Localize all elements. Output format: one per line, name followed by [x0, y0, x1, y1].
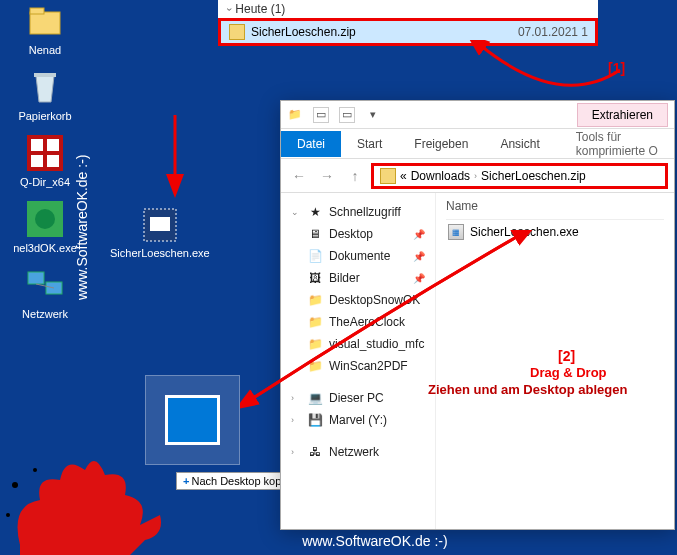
file-row-selected[interactable]: SicherLoeschen.zip 07.01.2021 1 [218, 18, 598, 46]
ribbon-tabs: Datei Start Freigeben Ansicht Tools für … [281, 129, 674, 159]
desktop-icon-app[interactable]: nel3dOK.exe [6, 198, 84, 254]
forward-button[interactable]: → [315, 164, 339, 188]
svg-point-9 [35, 209, 55, 229]
dropdown-icon[interactable]: ▾ [365, 107, 381, 123]
tab-freigeben[interactable]: Freigeben [398, 131, 484, 157]
svg-rect-14 [150, 217, 170, 231]
breadcrumb-segment[interactable]: Downloads› [411, 169, 477, 183]
exe-icon [140, 205, 180, 245]
folder-icon: 📁 [307, 336, 323, 352]
user-folder-icon [24, 0, 66, 42]
svg-point-16 [33, 468, 37, 472]
documents-icon: 📄 [307, 248, 323, 264]
svg-point-15 [12, 482, 18, 488]
sidebar-item-folder[interactable]: 📁WinScan2PDF [285, 355, 431, 377]
sidebar-quickaccess[interactable]: ⌄★Schnellzugriff [285, 201, 431, 223]
address-row: ← → ↑ « Downloads› SicherLoeschen.zip [281, 159, 674, 193]
annotation-1: [1] [608, 60, 625, 76]
annotation-dragdrop-en: Drag & Drop [530, 365, 607, 380]
chevron-right-icon: › [291, 415, 301, 425]
file-pane: Name ▦ SicherLoeschen.exe [436, 193, 674, 529]
chevron-down-icon: › [224, 8, 235, 11]
annotation-dragdrop-de: Ziehen und am Desktop ablegen [428, 382, 627, 397]
svg-rect-6 [31, 155, 43, 167]
breadcrumb-segment[interactable]: SicherLoeschen.zip [481, 169, 586, 183]
desktop-icon-label: Nenad [29, 44, 61, 56]
svg-point-17 [6, 513, 10, 517]
desktop-icon-qdir[interactable]: Q-Dir_x64 [6, 132, 84, 188]
exe-icon: ▦ [448, 224, 464, 240]
mascot-image [0, 445, 180, 555]
sidebar-item-folder[interactable]: 📁visual_studio_mfc [285, 333, 431, 355]
top-file-group: ›Heute (1) SicherLoeschen.zip 07.01.2021… [218, 0, 598, 46]
chevron-right-icon: › [291, 447, 301, 457]
chevron-right-icon: › [474, 171, 477, 181]
watermark-horizontal: www.SoftwareOK.de :-) [302, 533, 448, 549]
desktop-icon-label: nel3dOK.exe [13, 242, 77, 254]
sidebar-item-drive[interactable]: ›💾Marvel (Y:) [285, 409, 431, 431]
svg-rect-5 [47, 139, 59, 151]
address-bar[interactable]: « Downloads› SicherLoeschen.zip [371, 163, 668, 189]
chevron-down-icon: ⌄ [291, 207, 301, 217]
group-header[interactable]: ›Heute (1) [218, 0, 598, 18]
address-prefix: « [400, 169, 407, 183]
pin-icon: 📌 [413, 251, 425, 262]
annotation-2: [2] [558, 348, 575, 364]
file-date: 07.01.2021 1 [518, 25, 588, 39]
folder-icon: 📁 [307, 314, 323, 330]
app-icon [24, 198, 66, 240]
star-icon: ★ [307, 204, 323, 220]
sidebar-item-folder[interactable]: 📁DesktopSnowOK [285, 289, 431, 311]
desktop-icon-user[interactable]: Nenad [6, 0, 84, 56]
dragged-file-icon[interactable]: SicherLoeschen.exe [110, 205, 210, 259]
sidebar-thispc[interactable]: ›💻Dieser PC [285, 387, 431, 409]
tab-tools[interactable]: Tools für komprimierte O [560, 124, 674, 164]
sidebar-item-pictures[interactable]: 🖼Bilder📌 [285, 267, 431, 289]
up-button[interactable]: ↑ [343, 164, 367, 188]
toolbar-button[interactable]: ▭ [339, 107, 355, 123]
desktop-icon-label: Netzwerk [22, 308, 68, 320]
svg-rect-1 [30, 8, 44, 14]
explorer-sidebar: ⌄★Schnellzugriff 🖥Desktop📌 📄Dokumente📌 🖼… [281, 193, 436, 529]
explorer-body: ⌄★Schnellzugriff 🖥Desktop📌 📄Dokumente📌 🖼… [281, 193, 674, 529]
pc-icon: 💻 [307, 390, 323, 406]
folder-icon: 📁 [307, 292, 323, 308]
back-button[interactable]: ← [287, 164, 311, 188]
drag-preview-inner [165, 395, 220, 445]
file-name: SicherLoeschen.zip [251, 25, 356, 39]
network-icon [24, 264, 66, 306]
desktop-icon-label: Q-Dir_x64 [20, 176, 70, 188]
tab-start[interactable]: Start [341, 131, 398, 157]
folder-icon: 📁 [307, 358, 323, 374]
toolbar-button[interactable]: ▭ [313, 107, 329, 123]
pin-icon: 📌 [413, 273, 425, 284]
desktop-icon-recycle[interactable]: Papierkorb [6, 66, 84, 122]
svg-rect-0 [30, 12, 60, 34]
sidebar-item-documents[interactable]: 📄Dokumente📌 [285, 245, 431, 267]
dragged-file-label: SicherLoeschen.exe [110, 247, 210, 259]
zip-icon [229, 24, 245, 40]
svg-rect-4 [31, 139, 43, 151]
pin-icon: 📌 [413, 229, 425, 240]
tab-datei[interactable]: Datei [281, 131, 341, 157]
annotation-arrow [150, 110, 210, 200]
svg-rect-7 [47, 155, 59, 167]
desktop-icon-network[interactable]: Netzwerk [6, 264, 84, 320]
file-item[interactable]: ▦ SicherLoeschen.exe [446, 220, 664, 244]
tab-ansicht[interactable]: Ansicht [484, 131, 555, 157]
sidebar-network[interactable]: ›🖧Netzwerk [285, 441, 431, 463]
plus-icon: + [183, 475, 189, 487]
drive-icon: 💾 [307, 412, 323, 428]
column-header-name[interactable]: Name [446, 199, 664, 220]
sidebar-item-folder[interactable]: 📁TheAeroClock [285, 311, 431, 333]
file-item-name: SicherLoeschen.exe [470, 225, 579, 239]
svg-rect-10 [28, 272, 44, 284]
recycle-bin-icon [24, 66, 66, 108]
explorer-window: 📁 ▭ ▭ ▾ Extrahieren Datei Start Freigebe… [280, 100, 675, 530]
desktop-icon-label: Papierkorb [18, 110, 71, 122]
sidebar-item-desktop[interactable]: 🖥Desktop📌 [285, 223, 431, 245]
desktop-icons-column: Nenad Papierkorb Q-Dir_x64 nel3dOK.exe N… [6, 0, 84, 330]
svg-rect-2 [34, 73, 56, 77]
app-icon [24, 132, 66, 174]
pictures-icon: 🖼 [307, 270, 323, 286]
